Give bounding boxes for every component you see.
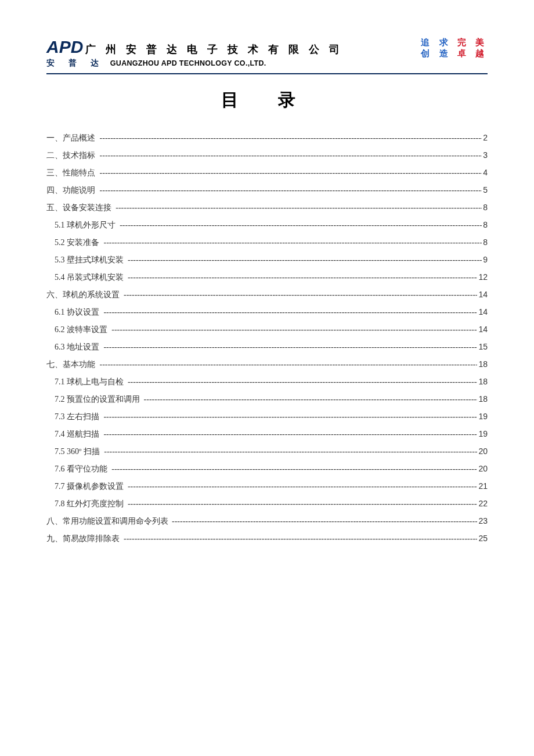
- toc-entry-label: 四、功能说明: [46, 185, 95, 196]
- logo-row-1: APD 广 州 安 普 达 电 子 技 术 有 限 公 司: [46, 37, 343, 57]
- toc-entry-label: 八、常用功能设置和调用命令列表: [46, 516, 168, 527]
- toc-entry-page: 23: [477, 516, 488, 525]
- brand-name-cn: 安 普 达: [46, 58, 104, 69]
- toc-entry: 九、简易故障排除表25: [46, 534, 488, 544]
- toc-entry: 5.3 壁挂式球机安装9: [46, 255, 488, 265]
- toc-leader: [124, 290, 477, 300]
- toc-entry-page: 18: [477, 377, 488, 386]
- toc-entry: 五、设备安装连接8: [46, 203, 488, 213]
- company-slogan: 追 求 完 美 创 造 卓 越: [421, 37, 488, 59]
- toc-entry: 6.2 波特率设置14: [46, 325, 488, 335]
- toc-leader: [128, 499, 478, 509]
- toc-leader: [100, 134, 482, 143]
- toc-leader: [128, 377, 478, 387]
- toc-leader: [103, 430, 477, 439]
- toc-leader: [111, 325, 477, 334]
- toc-leader: [120, 221, 482, 230]
- toc-title: 目 录: [46, 88, 488, 112]
- toc-leader: [103, 238, 482, 247]
- toc-entry-page: 12: [477, 272, 488, 282]
- slogan-line-2: 创 造 卓 越: [421, 48, 488, 59]
- toc-entry-page: 22: [477, 499, 488, 508]
- slogan-2b: 卓 越: [457, 48, 488, 58]
- toc-entry-label: 5.1 球机外形尺寸: [46, 220, 116, 231]
- toc-entry-label: 7.6 看守位功能: [46, 464, 107, 474]
- toc-entry-label: 6.3 地址设置: [46, 342, 99, 352]
- toc-entry-page: 14: [477, 325, 488, 334]
- toc-entry-label: 5.4 吊装式球机安装: [46, 272, 124, 283]
- document-page: APD 广 州 安 普 达 电 子 技 术 有 限 公 司 安 普 达 GUAN…: [0, 0, 534, 756]
- toc-entry-label: 五、设备安装连接: [46, 203, 111, 213]
- toc-entry-page: 9: [482, 255, 488, 264]
- toc-entry-label: 九、简易故障排除表: [46, 534, 120, 544]
- toc-entry-page: 25: [477, 534, 488, 543]
- page-header: APD 广 州 安 普 达 电 子 技 术 有 限 公 司 安 普 达 GUAN…: [46, 37, 488, 74]
- toc-leader: [124, 534, 477, 543]
- toc-entry-label: 7.4 巡航扫描: [46, 429, 99, 440]
- toc-leader: [128, 273, 478, 282]
- toc-entry: 三、性能特点4: [46, 168, 488, 178]
- toc-entry: 5.4 吊装式球机安装12: [46, 272, 488, 283]
- brand-mark: APD: [46, 37, 83, 57]
- toc-entry-label: 一、产品概述: [46, 133, 95, 143]
- toc-entry: 5.2 安装准备8: [46, 237, 488, 248]
- slogan-2a: 创 造: [421, 48, 451, 58]
- toc-leader: [100, 151, 482, 160]
- toc-entry-page: 3: [482, 150, 488, 160]
- toc-leader: [144, 395, 478, 404]
- toc-entry-page: 20: [477, 447, 488, 456]
- toc-leader: [103, 343, 477, 352]
- toc-entry-label: 七、基本功能: [46, 359, 95, 370]
- toc-entry: 7.1 球机上电与自检18: [46, 377, 488, 387]
- toc-entry-page: 5: [482, 185, 488, 195]
- toc-leader: [116, 203, 482, 213]
- toc-entry: 二、技术指标3: [46, 150, 488, 161]
- toc-entry-label: 7.1 球机上电与自检: [46, 377, 124, 387]
- toc-leader: [103, 412, 477, 422]
- toc-entry: 七、基本功能18: [46, 359, 488, 370]
- toc-leader: [128, 482, 478, 491]
- company-name-en: GUANGZHOU APD TECHNOLOGY CO.,LTD.: [110, 59, 266, 67]
- toc-entry-page: 19: [477, 412, 488, 421]
- toc-entry: 四、功能说明5: [46, 185, 488, 196]
- toc-entry: 六、球机的系统设置14: [46, 290, 488, 300]
- toc-entry-page: 20: [477, 464, 488, 473]
- toc-entry-page: 19: [477, 429, 488, 438]
- toc-entry: 7.8 红外灯亮度控制22: [46, 499, 488, 509]
- toc-entry-page: 14: [477, 290, 488, 299]
- toc-entry-label: 5.2 安装准备: [46, 237, 99, 248]
- toc-entry-page: 2: [482, 133, 488, 142]
- toc-entry: 7.3 左右扫描19: [46, 412, 488, 422]
- toc-leader: [100, 186, 482, 195]
- toc-entry: 6.1 协议设置14: [46, 307, 488, 318]
- toc-entry: 5.1 球机外形尺寸8: [46, 220, 488, 231]
- toc-entry-label: 7.2 预置位的设置和调用: [46, 394, 140, 405]
- toc-entry-page: 8: [482, 203, 488, 212]
- toc-entry-page: 4: [482, 168, 488, 177]
- toc-entry-label: 7.5 360º 扫描: [46, 447, 100, 457]
- toc-entry-label: 7.7 摄像机参数设置: [46, 481, 124, 492]
- toc-leader: [128, 255, 482, 265]
- toc-entry-page: 15: [477, 342, 488, 351]
- toc-entry-label: 6.1 协议设置: [46, 307, 99, 318]
- toc-leader: [100, 168, 482, 178]
- toc-entry: 7.7 摄像机参数设置21: [46, 481, 488, 492]
- toc-entry-label: 7.3 左右扫描: [46, 412, 99, 422]
- toc-entry-page: 18: [477, 359, 488, 369]
- toc-entry-label: 二、技术指标: [46, 150, 95, 161]
- toc-entry-label: 三、性能特点: [46, 168, 95, 178]
- toc-entry: 7.6 看守位功能20: [46, 464, 488, 474]
- table-of-contents: 一、产品概述2二、技术指标3三、性能特点4四、功能说明5五、设备安装连接85.1…: [46, 133, 488, 544]
- toc-entry-page: 18: [477, 394, 488, 404]
- toc-entry: 7.5 360º 扫描20: [46, 447, 488, 457]
- slogan-1b: 完 美: [457, 37, 488, 47]
- toc-entry-page: 8: [482, 237, 488, 247]
- toc-entry: 7.2 预置位的设置和调用18: [46, 394, 488, 405]
- toc-entry-label: 5.3 壁挂式球机安装: [46, 255, 124, 265]
- toc-leader: [99, 360, 477, 369]
- toc-leader: [104, 447, 477, 456]
- toc-entry: 一、产品概述2: [46, 133, 488, 143]
- toc-entry-page: 14: [477, 307, 488, 316]
- slogan-line-1: 追 求 完 美: [421, 37, 488, 48]
- toc-leader: [172, 517, 477, 526]
